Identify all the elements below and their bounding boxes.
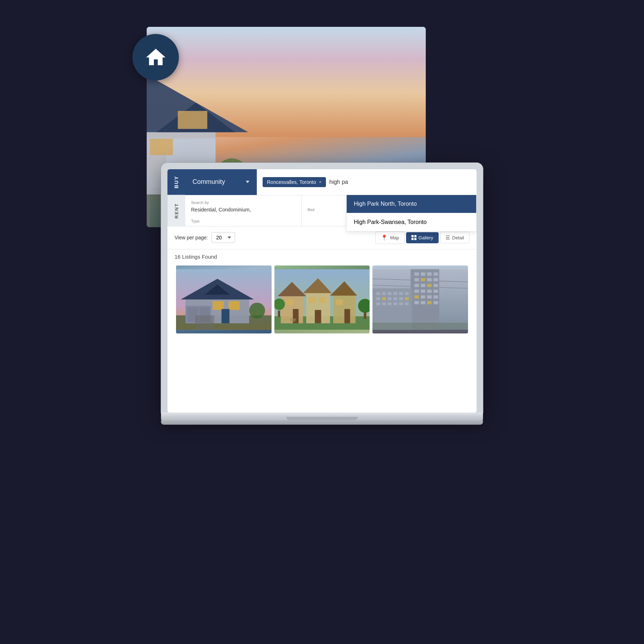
suggestion-text-1: High Park North, Toronto xyxy=(354,201,417,207)
property-image-3 xyxy=(372,265,468,333)
property-card-3[interactable] xyxy=(372,265,468,333)
svg-rect-88 xyxy=(376,297,380,300)
svg-rect-14 xyxy=(150,139,173,155)
grid-icon xyxy=(411,235,416,240)
view-buttons: 📍 Map Galle xyxy=(375,231,469,244)
property-grid xyxy=(167,264,477,335)
svg-rect-89 xyxy=(382,297,386,300)
svg-rect-99 xyxy=(405,302,409,305)
search-text-input[interactable] xyxy=(330,179,471,185)
svg-rect-43 xyxy=(333,294,355,323)
listings-count: 16 Listings Found xyxy=(167,249,477,264)
property-card-2[interactable] xyxy=(274,265,370,333)
svg-point-31 xyxy=(249,302,265,318)
rent-tab-label: RENT xyxy=(174,203,179,218)
close-tag-icon[interactable]: × xyxy=(319,180,321,185)
svg-rect-58 xyxy=(421,272,425,275)
property-card-1[interactable] xyxy=(176,265,272,333)
svg-rect-80 xyxy=(434,301,438,304)
map-view-button[interactable]: 📍 Map xyxy=(375,231,404,244)
svg-rect-98 xyxy=(399,302,403,305)
svg-rect-94 xyxy=(376,302,380,305)
svg-rect-95 xyxy=(382,302,386,305)
svg-rect-72 xyxy=(434,289,438,293)
detail-view-label: Detail xyxy=(452,235,464,240)
svg-rect-86 xyxy=(399,292,403,295)
home-icon xyxy=(144,46,167,69)
screen-content: BUY Community Roncesvalles, Toronto xyxy=(167,169,477,413)
svg-rect-68 xyxy=(434,284,438,287)
svg-rect-60 xyxy=(434,272,438,275)
search-row: BUY Community Roncesvalles, Toronto xyxy=(167,169,477,195)
svg-rect-96 xyxy=(388,302,392,305)
search-by-label: Search by xyxy=(185,197,301,205)
map-pin-icon: 📍 xyxy=(381,234,388,241)
svg-rect-77 xyxy=(415,301,419,304)
gallery-view-button[interactable]: Gallery xyxy=(406,232,439,243)
property-image-1 xyxy=(176,265,272,333)
chevron-down-icon xyxy=(246,181,249,183)
svg-rect-48 xyxy=(290,320,295,321)
svg-rect-93 xyxy=(405,297,409,300)
svg-rect-66 xyxy=(421,284,425,287)
svg-rect-41 xyxy=(319,297,326,303)
laptop-screen: BUY Community Roncesvalles, Toronto xyxy=(167,169,477,413)
type-filter-cell: Search by Residential, Condominium, Type xyxy=(185,195,302,226)
svg-rect-69 xyxy=(415,289,419,293)
main-scene: BUY Community Roncesvalles, Toronto xyxy=(125,27,519,617)
property-house-2 xyxy=(274,265,370,333)
view-per-page-container: View per page: 20 10 50 100 xyxy=(175,232,235,243)
svg-rect-57 xyxy=(415,272,419,275)
search-tag-text: Roncesvalles, Toronto xyxy=(267,179,316,185)
laptop-bottom xyxy=(161,420,483,425)
search-input-area: Roncesvalles, Toronto × High Park North,… xyxy=(257,169,477,195)
svg-rect-70 xyxy=(421,289,425,293)
rent-tab[interactable]: RENT xyxy=(167,195,185,226)
community-label: Community xyxy=(192,178,225,186)
svg-rect-85 xyxy=(394,292,397,295)
search-tag: Roncesvalles, Toronto × xyxy=(263,177,326,187)
detail-view-button[interactable]: ☰ Detail xyxy=(440,232,469,243)
svg-rect-27 xyxy=(213,301,224,310)
svg-rect-46 xyxy=(344,309,350,323)
svg-rect-63 xyxy=(427,278,431,281)
svg-rect-82 xyxy=(376,292,380,295)
svg-rect-36 xyxy=(286,299,293,305)
suggestion-text-2: High Park-Swansea, Toronto xyxy=(354,219,426,225)
buy-tab[interactable]: BUY xyxy=(167,169,185,195)
laptop-base xyxy=(161,413,483,420)
buy-tab-label: BUY xyxy=(174,176,179,189)
community-dropdown[interactable]: Community xyxy=(185,169,257,195)
svg-rect-52 xyxy=(364,312,366,319)
svg-rect-87 xyxy=(405,292,409,295)
property-image-2 xyxy=(274,265,370,333)
page-size-select[interactable]: 20 10 50 100 xyxy=(211,232,235,243)
svg-rect-71 xyxy=(427,289,431,293)
type-filter-value[interactable]: Residential, Condominium, xyxy=(185,205,301,216)
svg-rect-9 xyxy=(178,111,207,129)
svg-rect-42 xyxy=(315,310,321,323)
suggestions-dropdown: High Park North, Toronto High Park-Swans… xyxy=(346,195,477,231)
gallery-view-label: Gallery xyxy=(419,235,433,240)
property-house-1 xyxy=(176,265,272,333)
svg-rect-62 xyxy=(421,278,425,281)
svg-rect-74 xyxy=(421,295,425,298)
suggestion-item-2[interactable]: High Park-Swansea, Toronto xyxy=(347,213,476,231)
svg-rect-90 xyxy=(388,297,392,300)
svg-rect-97 xyxy=(394,302,397,305)
svg-rect-84 xyxy=(388,292,392,295)
svg-rect-28 xyxy=(229,301,240,310)
home-icon-circle xyxy=(132,34,179,80)
svg-rect-64 xyxy=(434,278,438,281)
svg-rect-67 xyxy=(427,284,431,287)
type-label: Type xyxy=(185,216,301,224)
svg-rect-61 xyxy=(415,278,419,281)
property-building-3 xyxy=(372,265,468,333)
svg-rect-45 xyxy=(336,299,343,305)
suggestion-item-1[interactable]: High Park North, Toronto xyxy=(347,195,476,213)
svg-rect-30 xyxy=(195,315,214,330)
svg-rect-59 xyxy=(427,272,431,275)
svg-rect-100 xyxy=(372,322,468,330)
laptop: BUY Community Roncesvalles, Toronto xyxy=(161,163,483,614)
svg-rect-51 xyxy=(278,311,280,317)
